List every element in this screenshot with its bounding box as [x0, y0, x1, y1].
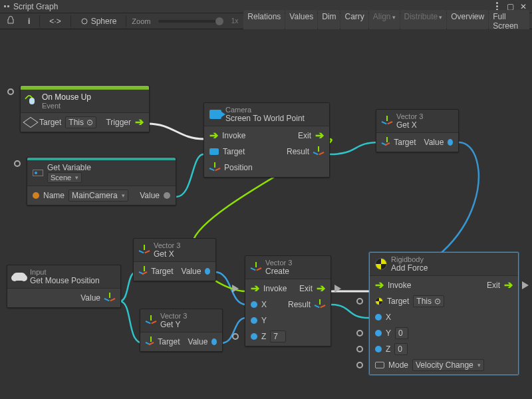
value-label: Value [80, 293, 100, 303]
node-pretitle: Vector 3 [396, 112, 423, 120]
target-port-icon[interactable] [146, 336, 154, 347]
node-subtitle: Event [42, 102, 91, 110]
flow-out-icon[interactable]: ➔ [504, 281, 513, 290]
axis-icon [139, 245, 150, 255]
target-port-icon[interactable] [382, 137, 390, 148]
target-icon [23, 117, 38, 128]
axis-icon [382, 116, 392, 126]
node-title: On Mouse Up [42, 92, 91, 102]
value-port-icon[interactable] [205, 268, 210, 275]
target-label: Target [151, 267, 173, 276]
lock-button[interactable] [3, 14, 19, 28]
value-port-icon[interactable] [448, 139, 453, 146]
flow-in-icon[interactable]: ➔ [251, 284, 259, 293]
zoom-value: 1x [231, 17, 239, 25]
value-label: Value [182, 267, 201, 276]
node-vector3-gety[interactable]: Vector 3 Get Y Target Value [140, 309, 223, 352]
camera-icon [209, 110, 221, 119]
node-title: Screen To World Point [225, 114, 305, 123]
result-label: Result [287, 147, 309, 156]
node-pretitle: Vector 3 [154, 241, 180, 249]
node-screen-to-world-point[interactable]: Camera Screen To World Point ➔ Invoke Ex… [203, 102, 330, 178]
result-port-icon[interactable] [315, 299, 325, 310]
window-icon [4, 5, 9, 7]
graph-canvas[interactable]: On Mouse Up Event Target This⊙ Trigger ➔… [0, 29, 532, 399]
event-icon [26, 95, 38, 107]
node-vector3-create[interactable]: Vector 3 Create ➔ Invoke Exit ➔ X Result… [245, 255, 331, 346]
axis-icon [251, 262, 261, 273]
node-title: Get X [396, 120, 423, 130]
node-title: Add Force [391, 263, 428, 273]
y-field[interactable]: 0 [395, 327, 408, 339]
name-field[interactable]: MainCamera▾ [68, 190, 128, 201]
node-title: Get Mouse Position [30, 276, 100, 285]
mode-icon [375, 362, 384, 368]
y-port-icon[interactable] [251, 317, 257, 324]
y-port-icon[interactable] [375, 330, 382, 336]
value-port-icon[interactable] [164, 192, 170, 199]
node-pretitle: Input [30, 268, 100, 276]
flow-in-icon[interactable]: ➔ [375, 281, 384, 290]
flow-ext-icon [334, 285, 341, 293]
node-vector3-getx-b[interactable]: Vector 3 Get X Target Value [376, 109, 459, 152]
code-button[interactable]: <·> [45, 15, 65, 28]
flow-out-icon[interactable]: ➔ [317, 284, 325, 293]
gamepad-icon [13, 273, 26, 281]
node-title: Get Y [160, 320, 187, 329]
z-field[interactable]: 7 [270, 331, 286, 342]
result-port-icon[interactable] [313, 146, 324, 157]
node-get-variable[interactable]: Get Variable Scene▾ Name MainCamera▾ Val… [27, 157, 176, 205]
value-label: Value [188, 337, 208, 346]
zoom-label: Zoom [132, 17, 150, 25]
flow-in-icon[interactable]: ➔ [209, 131, 218, 140]
vector-out-icon[interactable] [104, 293, 115, 303]
target-label: Target [158, 337, 180, 346]
node-on-mouse-up[interactable]: On Mouse Up Event Target This⊙ Trigger ➔ [20, 85, 150, 132]
target-port-icon[interactable] [139, 266, 147, 277]
variable-icon [33, 170, 43, 176]
scope-selector[interactable]: Scene▾ [47, 172, 82, 183]
target-port-icon[interactable] [375, 297, 383, 305]
flow-out-icon[interactable]: ➔ [135, 118, 144, 127]
trigger-label: Trigger [106, 118, 131, 127]
zoom-slider[interactable] [158, 20, 223, 23]
target-field[interactable]: This⊙ [413, 295, 444, 307]
node-title: Get X [154, 249, 180, 259]
rigidbody-icon [375, 258, 387, 270]
value-label: Value [424, 138, 444, 147]
node-vector3-getx-a[interactable]: Vector 3 Get X Target Value [133, 238, 216, 281]
name-label: Name [43, 191, 65, 200]
x-port-icon[interactable] [251, 301, 257, 308]
node-pretitle: Vector 3 [160, 312, 187, 320]
flow-out-icon[interactable]: ➔ [315, 131, 324, 140]
z-port-icon[interactable] [251, 333, 257, 340]
position-port-icon[interactable] [209, 162, 220, 173]
value-label: Value [140, 191, 160, 200]
target-label: Target [223, 147, 245, 156]
node-add-force[interactable]: Rigidbody Add Force ➔ Invoke Exit ➔ Targ… [369, 252, 519, 375]
object-selector[interactable]: Sphere [76, 15, 121, 28]
axis-icon [146, 315, 156, 326]
target-port-icon[interactable] [209, 148, 219, 155]
value-port-icon[interactable] [211, 338, 217, 345]
z-field[interactable]: 0 [394, 343, 408, 355]
x-port-icon[interactable] [375, 314, 382, 321]
node-pretitle: Vector 3 [265, 259, 292, 267]
z-port-icon[interactable] [375, 346, 382, 352]
toolbar: i <·> Sphere Zoom 1x Relations Values Di… [0, 13, 532, 29]
target-label: Target [39, 118, 61, 127]
mode-field[interactable]: Velocity Change▾ [412, 359, 484, 371]
node-pretitle: Rigidbody [391, 255, 428, 263]
target-label: Target [394, 138, 416, 147]
position-label: Position [224, 163, 253, 172]
target-field[interactable]: This⊙ [65, 116, 96, 128]
node-get-mouse-position[interactable]: Input Get Mouse Position Value [7, 265, 121, 308]
invoke-label: Invoke [222, 131, 245, 140]
node-title: Create [265, 267, 292, 276]
flow-ext-icon [522, 281, 529, 289]
exit-label: Exit [298, 131, 311, 140]
name-port-icon[interactable] [33, 192, 39, 199]
svg-point-0 [82, 19, 87, 24]
info-button[interactable]: i [24, 15, 34, 28]
node-pretitle: Camera [225, 106, 305, 114]
